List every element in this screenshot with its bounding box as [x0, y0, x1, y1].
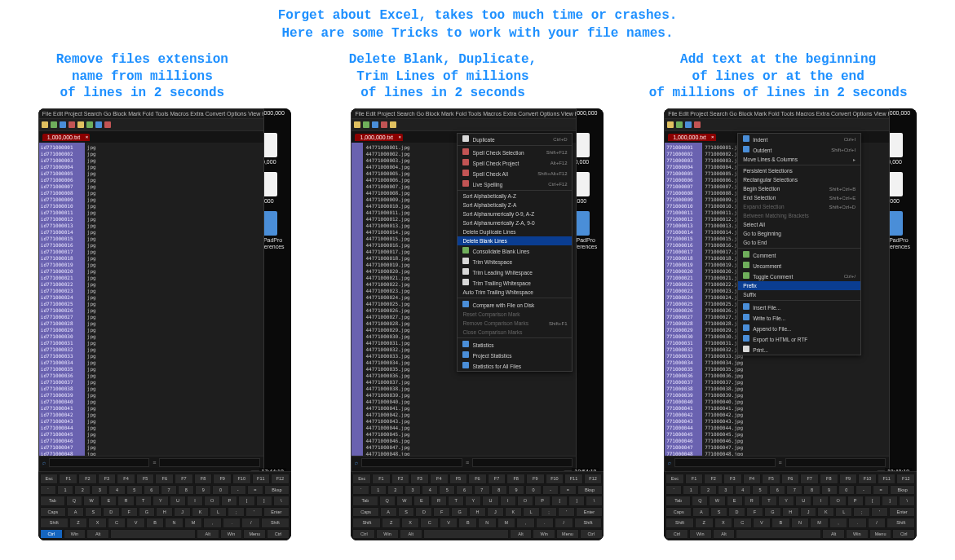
- menu-statistics[interactable]: Statistics: [458, 339, 572, 350]
- key-'[interactable]: ': [558, 507, 575, 518]
- key-l[interactable]: L: [210, 507, 227, 518]
- search-input[interactable]: [674, 458, 775, 467]
- key-shift[interactable]: Shift: [261, 518, 290, 528]
- key-j[interactable]: J: [487, 507, 504, 518]
- key-f1[interactable]: F1: [59, 474, 77, 484]
- key-,[interactable]: ,: [829, 518, 848, 528]
- key-/[interactable]: /: [555, 518, 573, 528]
- menu-append-file[interactable]: Append to File...: [738, 323, 860, 333]
- key-f6[interactable]: F6: [781, 474, 800, 484]
- key-n[interactable]: N: [478, 518, 497, 528]
- toolbar-btn[interactable]: [104, 121, 111, 128]
- key-y[interactable]: Y: [465, 496, 481, 506]
- file-tab[interactable]: 1,000,000.txt×: [355, 134, 402, 141]
- key-9[interactable]: 9: [195, 485, 211, 496]
- key-m[interactable]: M: [810, 518, 829, 528]
- key-7[interactable]: 7: [786, 485, 802, 496]
- key-8[interactable]: 8: [491, 485, 507, 496]
- key-o[interactable]: O: [829, 496, 846, 506]
- key-c[interactable]: C: [420, 518, 439, 528]
- key-3[interactable]: 3: [718, 485, 734, 496]
- key-4[interactable]: 4: [422, 485, 438, 496]
- key-e[interactable]: E: [100, 496, 117, 506]
- key-f4[interactable]: F4: [430, 474, 449, 484]
- key-;[interactable]: ;: [541, 507, 558, 518]
- toolbar-btn[interactable]: [77, 121, 84, 128]
- key-6[interactable]: 6: [456, 485, 472, 496]
- key-s[interactable]: S: [710, 507, 727, 518]
- key-c[interactable]: C: [733, 518, 752, 528]
- key-z[interactable]: Z: [695, 518, 714, 528]
- on-screen-keyboard[interactable]: EscF1F2F3F4F5F6F7F8F9F10F11F12`123456789…: [351, 471, 604, 540]
- key-/[interactable]: /: [241, 518, 260, 528]
- key-enter[interactable]: Enter: [263, 507, 290, 518]
- key-w[interactable]: W: [396, 496, 413, 506]
- toolbar-btn[interactable]: [694, 121, 701, 128]
- key-=[interactable]: =: [873, 485, 889, 496]
- key-[[interactable]: [: [238, 496, 254, 506]
- key-8[interactable]: 8: [803, 485, 820, 496]
- key-h[interactable]: H: [469, 507, 486, 518]
- key-3[interactable]: 3: [405, 485, 421, 496]
- key-][interactable]: ]: [882, 496, 898, 506]
- key-r[interactable]: R: [117, 496, 134, 506]
- key-alt[interactable]: Alt: [86, 529, 109, 540]
- key-win[interactable]: Win: [846, 529, 869, 540]
- key-alt[interactable]: Alt: [510, 529, 533, 540]
- menu-live-spelling[interactable]: Live SpellingCtrl+F12: [458, 179, 572, 189]
- key-f11[interactable]: F11: [564, 474, 583, 484]
- toolbar-btn[interactable]: [60, 121, 66, 128]
- text-content[interactable]: jpg jpg jpg jpg jpg jpg jpg jpg jpg jpg …: [85, 143, 263, 456]
- key-f7[interactable]: F7: [800, 474, 819, 484]
- key-4[interactable]: 4: [108, 485, 125, 496]
- menu-auto-trim[interactable]: Auto Trim Trailing Whitespace: [458, 288, 572, 297]
- key-i[interactable]: I: [812, 496, 829, 506]
- key-3[interactable]: 3: [91, 485, 108, 496]
- key-d[interactable]: D: [728, 507, 745, 518]
- menu-move-lines[interactable]: Move Lines & Columns▸: [738, 155, 860, 164]
- menu-end-selection[interactable]: End SelectionShift+Ctrl+E: [738, 193, 860, 202]
- key-6[interactable]: 6: [144, 485, 160, 496]
- key-1[interactable]: 1: [683, 485, 699, 496]
- key-enter[interactable]: Enter: [889, 507, 915, 518]
- key-h[interactable]: H: [156, 507, 173, 518]
- key-1[interactable]: 1: [370, 485, 387, 496]
- menu-sort-an-za[interactable]: Sort Alphanumerically Z-A, 9-0: [458, 218, 572, 227]
- key-/[interactable]: /: [868, 518, 886, 528]
- toolbar[interactable]: [39, 119, 263, 131]
- key-p[interactable]: P: [847, 496, 864, 506]
- toolbar-btn[interactable]: [667, 121, 674, 128]
- key-f5[interactable]: F5: [136, 474, 155, 484]
- menu-persistent-selections[interactable]: Persistent Selections: [738, 166, 860, 175]
- key-win[interactable]: Win: [64, 529, 86, 540]
- key-f12[interactable]: F12: [271, 474, 290, 484]
- key-.[interactable]: .: [848, 518, 867, 528]
- key-t[interactable]: T: [448, 496, 464, 506]
- key-f7[interactable]: F7: [175, 474, 193, 484]
- toolbar-btn[interactable]: [51, 121, 57, 128]
- key-`[interactable]: `: [665, 485, 682, 496]
- key-win[interactable]: Win: [376, 529, 399, 540]
- key-l[interactable]: L: [523, 507, 540, 518]
- key-m[interactable]: M: [184, 518, 203, 528]
- key-x[interactable]: X: [714, 518, 733, 528]
- key-f4[interactable]: F4: [117, 474, 135, 484]
- search-icon[interactable]: ⌕: [355, 460, 358, 465]
- menu-select-all[interactable]: Select All: [738, 220, 860, 229]
- key-enter[interactable]: Enter: [576, 507, 602, 518]
- key-f10[interactable]: F10: [232, 474, 251, 484]
- menu-go-beginning[interactable]: Go to Beginning: [738, 229, 860, 238]
- key-p[interactable]: P: [534, 496, 550, 506]
- key-w[interactable]: W: [83, 496, 99, 506]
- key-j[interactable]: J: [174, 507, 191, 518]
- menu-consolidate-blank[interactable]: Consolidate Blank Lines: [458, 245, 572, 256]
- key-q[interactable]: Q: [66, 496, 82, 506]
- key-alt[interactable]: Alt: [713, 529, 736, 540]
- key-tab[interactable]: Tab: [352, 496, 378, 506]
- key-z[interactable]: Z: [382, 518, 400, 528]
- menu-write-file[interactable]: Write to File...: [738, 312, 860, 323]
- key-k[interactable]: K: [817, 507, 834, 518]
- key-'[interactable]: ': [871, 507, 888, 518]
- key-f6[interactable]: F6: [468, 474, 487, 484]
- menu-spellcheck-project[interactable]: Spell Check ProjectAlt+F12: [458, 157, 572, 168]
